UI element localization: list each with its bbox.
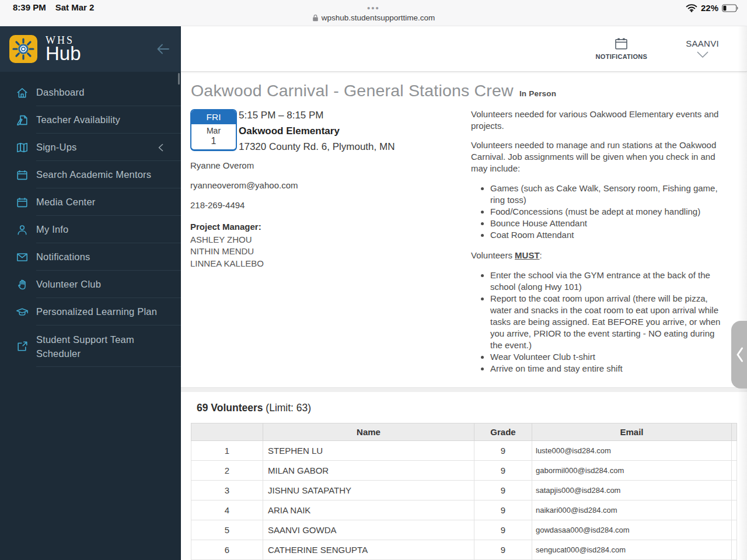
notifications-button[interactable]: NOTIFICATIONS bbox=[596, 37, 648, 60]
chevron-left-icon[interactable] bbox=[156, 142, 165, 153]
book-icon bbox=[16, 141, 29, 154]
volunteer-grade: 9 bbox=[474, 441, 532, 461]
sidebar-item-personalized-learning-plan[interactable]: Personalized Learning Plan bbox=[0, 298, 181, 326]
event-location-name: Oakwood Elementary bbox=[239, 125, 395, 137]
sidebar-item-label: Search Academic Mentors bbox=[36, 169, 151, 180]
requirement-item: Enter the school via the GYM entrance at… bbox=[490, 270, 725, 293]
status-bar: 8:39 PMSat Mar 2 ••• wpshub.studentsuppo… bbox=[0, 0, 747, 26]
whs-hub-logo[interactable] bbox=[9, 35, 37, 63]
row-spacer bbox=[732, 461, 737, 481]
row-spacer bbox=[732, 501, 737, 520]
collapse-sidebar-button[interactable] bbox=[155, 42, 170, 56]
person-icon bbox=[16, 223, 29, 236]
requirement-item: Arrive on time and stay entire shift bbox=[490, 363, 725, 374]
contact-email: ryanneoverom@yahoo.com bbox=[190, 180, 462, 190]
sidebar-item-label: My Info bbox=[36, 224, 69, 235]
graduation-cap-icon bbox=[16, 306, 29, 318]
event-title: Oakwood Carnival - General Stations Crew bbox=[191, 81, 514, 100]
side-panel-pull-tab[interactable] bbox=[731, 321, 747, 388]
table-row: 5 SAANVI GOWDA 9 gowdasaa000@isd284.com bbox=[191, 520, 737, 540]
volunteers-table: Name Grade Email 1 STEPHEN LU 9 luste000… bbox=[191, 423, 737, 560]
sidebar: WHS Hub Dashboard Teacher Availability bbox=[0, 26, 181, 560]
job-item: Food/Concessions (must be adept at money… bbox=[490, 206, 725, 218]
sidebar-item-volunteer-club[interactable]: Volunteer Club bbox=[0, 271, 181, 298]
requirement-list: Enter the school via the GYM entrance at… bbox=[471, 270, 725, 374]
app-title: WHS Hub bbox=[46, 36, 81, 62]
event-mode-badge: In Person bbox=[519, 89, 556, 98]
contact-block: Ryanne Overom ryanneoverom@yahoo.com 218… bbox=[190, 160, 462, 210]
external-link-icon bbox=[16, 340, 29, 353]
volunteer-name: SAANVI GOWDA bbox=[263, 520, 474, 540]
table-header-row: Name Grade Email bbox=[191, 424, 737, 441]
volunteer-email: gowdasaa000@isd284.com bbox=[532, 520, 732, 540]
sidebar-item-notifications[interactable]: Notifications bbox=[0, 243, 181, 271]
volunteer-email: gabormil000@isd284.com bbox=[532, 461, 732, 481]
hand-icon bbox=[16, 278, 29, 291]
volunteers-limit: (Limit: 63) bbox=[266, 402, 311, 414]
column-header-spacer bbox=[732, 424, 737, 441]
chevron-left-icon bbox=[735, 346, 743, 363]
sidebar-item-media-center[interactable]: Media Center bbox=[0, 188, 181, 216]
volunteer-grade: 9 bbox=[474, 461, 532, 481]
calendar-icon bbox=[16, 169, 29, 181]
volunteer-grade: 9 bbox=[474, 540, 532, 560]
sidebar-item-label: Volunteer Club bbox=[36, 279, 101, 290]
main-content: NOTIFICATIONS SAANVI Oakwood Carnival - … bbox=[181, 26, 747, 560]
column-header-name: Name bbox=[263, 424, 474, 441]
sidebar-item-student-support-team-scheduler[interactable]: Student Support Team Scheduler bbox=[0, 326, 181, 367]
row-number: 2 bbox=[191, 461, 263, 481]
battery-icon bbox=[722, 4, 739, 12]
must-line: Volunteers MUST: bbox=[471, 250, 725, 261]
project-manager-label: Project Manager: bbox=[190, 222, 462, 232]
sidebar-item-label: Student Support Team Scheduler bbox=[36, 332, 162, 360]
sidebar-item-sign-ups[interactable]: Sign-Ups bbox=[0, 134, 181, 161]
sidebar-header: WHS Hub bbox=[0, 26, 181, 72]
sidebar-item-teacher-availability[interactable]: Teacher Availability bbox=[0, 106, 181, 134]
envelope-icon bbox=[16, 251, 29, 264]
job-item: Games (such as Cake Walk, Sensory room, … bbox=[490, 183, 725, 206]
row-number: 1 bbox=[191, 441, 263, 461]
volunteers-heading: 69 Volunteers (Limit: 63) bbox=[197, 402, 747, 414]
table-row: 4 ARIA NAIK 9 naikari000@isd284.com bbox=[191, 501, 737, 520]
sidebar-item-my-info[interactable]: My Info bbox=[0, 216, 181, 243]
lock-icon bbox=[312, 14, 319, 22]
volunteer-name: MILAN GABOR bbox=[263, 461, 474, 481]
status-indicators: 22% bbox=[686, 3, 739, 13]
sidebar-item-label: Media Center bbox=[36, 197, 95, 208]
sun-icon bbox=[9, 35, 37, 63]
page-dots-icon[interactable]: ••• bbox=[0, 3, 747, 13]
date-widget-day: FRI bbox=[191, 110, 236, 124]
wifi-icon bbox=[686, 4, 697, 12]
event-detail-section: Oakwood Carnival - General Stations Crew… bbox=[181, 72, 747, 388]
row-number: 5 bbox=[191, 520, 263, 540]
event-description-column: Volunteers needed for various Oakwood El… bbox=[471, 108, 725, 388]
job-list: Games (such as Cake Walk, Sensory room, … bbox=[471, 183, 725, 241]
address-url: wpshub.studentsupporttime.com bbox=[322, 13, 435, 22]
address-bar[interactable]: wpshub.studentsupporttime.com bbox=[0, 13, 747, 22]
volunteer-email: sengucat000@isd284.com bbox=[532, 540, 732, 560]
column-header-email: Email bbox=[532, 424, 732, 441]
volunteers-count: 69 Volunteers bbox=[197, 402, 263, 414]
sidebar-item-dashboard[interactable]: Dashboard bbox=[0, 79, 181, 106]
notifications-label: NOTIFICATIONS bbox=[596, 53, 648, 60]
job-item: Coat Room Attendant bbox=[490, 229, 725, 241]
volunteer-name: CATHERINE SENGUPTA bbox=[263, 540, 474, 560]
user-menu[interactable]: SAANVI bbox=[686, 38, 719, 58]
event-time-range: 5:15 PM – 8:15 PM bbox=[239, 110, 395, 121]
chevron-down-icon bbox=[695, 51, 710, 58]
job-item: Bounce House Attendant bbox=[490, 218, 725, 229]
column-header-number bbox=[191, 424, 263, 441]
date-widget-date: 1 bbox=[191, 136, 236, 146]
requirement-item: Report to the coat room upon arrival (th… bbox=[490, 293, 725, 351]
sidebar-item-label: Notifications bbox=[36, 251, 90, 262]
sidebar-item-label: Dashboard bbox=[36, 87, 85, 98]
row-spacer bbox=[732, 481, 737, 501]
page-title: Oakwood Carnival - General Stations Crew… bbox=[191, 81, 556, 100]
row-spacer bbox=[732, 441, 737, 461]
contact-phone: 218-269-4494 bbox=[190, 200, 462, 210]
column-header-grade: Grade bbox=[474, 424, 532, 441]
volunteer-email: satapjis000@isd284.com bbox=[532, 481, 732, 501]
must-prefix: Volunteers bbox=[471, 250, 515, 260]
volunteer-grade: 9 bbox=[474, 501, 532, 520]
sidebar-item-search-academic-mentors[interactable]: Search Academic Mentors bbox=[0, 161, 181, 188]
